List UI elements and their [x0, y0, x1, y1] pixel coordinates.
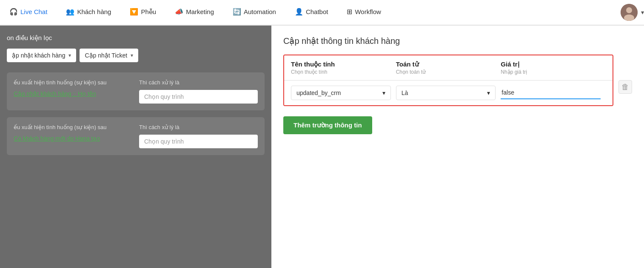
panel-title: Cập nhật thông tin khách hàng: [283, 36, 632, 46]
avatar[interactable]: [621, 4, 638, 21]
form-table-header: Tên thuộc tính Chọn thuộc tính Toán tử C…: [284, 55, 613, 81]
filter-title: on điều kiện lọc: [7, 34, 265, 42]
event-col-2: ếu xuất hiện tình huống (sự kiện) sau Có…: [14, 124, 132, 148]
col-header-3-sub: Nhập giá trị: [501, 69, 606, 75]
profile-chevron-icon[interactable]: ▾: [641, 9, 644, 16]
section-row-1: ếu xuất hiện tình huống (sự kiện) sau Cậ…: [14, 79, 258, 104]
value-input[interactable]: [501, 86, 601, 99]
workflow-icon: ⊞: [347, 8, 352, 16]
delete-button[interactable]: 🗑: [618, 80, 632, 94]
action2-label: Cập nhật Ticket: [85, 52, 127, 59]
main-layout: on điều kiện lọc ập nhật khách hàng ▾ Cậ…: [0, 26, 644, 268]
col-header-2: Toán tử Chọn toán tử: [396, 61, 501, 75]
action-dropdown-2[interactable]: Cập nhật Ticket ▾: [80, 49, 138, 62]
navbar: 🎧 Live Chat 👥 Khách hàng 🔽 Phễu 📣 Market…: [0, 0, 644, 26]
form-col-3: [501, 86, 606, 99]
nav-item-live-chat[interactable]: 🎧 Live Chat: [0, 0, 57, 25]
col-header-1-sub: Chọn thuộc tính: [291, 69, 396, 75]
delete-icon: 🗑: [621, 83, 629, 92]
automation-icon: 🔄: [233, 8, 241, 16]
nav-label-marketing: Marketing: [186, 8, 214, 15]
khach-hang-icon: 👥: [66, 8, 74, 16]
col-header-2-sub: Chọn toán tử: [396, 69, 501, 75]
event-label-1: ếu xuất hiện tình huống (sự kiện) sau: [14, 79, 132, 86]
nav-item-chatbot[interactable]: 👤 Chatbot: [285, 0, 338, 25]
form-col-2: Là ▾: [396, 86, 501, 100]
nav-right: ▾: [621, 4, 644, 21]
nav-item-automation[interactable]: 🔄 Automation: [223, 0, 285, 25]
nav-label-workflow: Workflow: [355, 8, 381, 15]
nav-item-workflow[interactable]: ⊞ Workflow: [337, 0, 390, 25]
action-dropdown-1[interactable]: ập nhật khách hàng ▾: [7, 49, 76, 62]
nav-label-live-chat: Live Chat: [20, 8, 47, 15]
section-row-2: ếu xuất hiện tình huống (sự kiện) sau Có…: [14, 124, 258, 148]
nav-label-pheu: Phễu: [141, 8, 156, 16]
chatbot-icon: 👤: [295, 8, 303, 16]
col-header-1: Tên thuộc tính Chọn thuộc tính: [291, 61, 396, 75]
event-label-2: ếu xuất hiện tình huống (sự kiện) sau: [14, 124, 132, 130]
nav-item-pheu[interactable]: 🔽 Phễu: [120, 0, 165, 25]
form-table-data-row: updated_by_crm ▾ Là ▾: [284, 81, 613, 105]
svg-point-1: [626, 7, 632, 13]
action1-label: ập nhật khách hàng: [12, 52, 65, 59]
operator-value: Là: [402, 89, 408, 96]
add-field-button[interactable]: Thêm trường thông tin: [283, 116, 372, 134]
left-panel: on điều kiện lọc ập nhật khách hàng ▾ Cậ…: [0, 26, 271, 268]
nav-label-chatbot: Chatbot: [306, 8, 328, 15]
col-header-2-label: Toán tử: [396, 61, 501, 68]
operator-arrow-icon: ▾: [487, 89, 490, 96]
operator-select[interactable]: Là ▾: [396, 86, 496, 100]
nav-item-khach-hang[interactable]: 👥 Khách hàng: [57, 0, 120, 25]
process-label-2: Thì cách xử lý là: [139, 124, 258, 130]
nav-label-khach-hang: Khách hàng: [77, 8, 111, 15]
col-header-3: Giá trị Nhập giá trị: [501, 61, 606, 75]
marketing-icon: 📣: [175, 8, 183, 16]
action1-arrow-icon: ▾: [68, 52, 71, 58]
nav-item-marketing[interactable]: 📣 Marketing: [165, 0, 223, 25]
action2-arrow-icon: ▾: [131, 52, 133, 58]
nav-label-automation: Automation: [244, 8, 276, 15]
action-row: ập nhật khách hàng ▾ Cập nhật Ticket ▾: [7, 49, 265, 62]
pheu-icon: 🔽: [130, 8, 138, 16]
form-table: Tên thuộc tính Chọn thuộc tính Toán tử C…: [283, 55, 613, 106]
attribute-value: updated_by_crm: [296, 89, 341, 96]
process-col-2: Thì cách xử lý là Chọn quy trình: [139, 124, 258, 148]
section-block-1: ếu xuất hiện tình huống (sự kiện) sau Cậ…: [7, 72, 265, 110]
right-panel: Cập nhật thông tin khách hàng Tên thuộc …: [271, 26, 644, 268]
form-col-1: updated_by_crm ▾: [291, 86, 396, 100]
process-select-1[interactable]: Chọn quy trình: [139, 90, 258, 104]
col-header-1-label: Tên thuộc tính: [291, 61, 396, 68]
event-link-1[interactable]: Cập nhật khách hàng :: Họ tên: [14, 90, 96, 97]
col-header-3-label: Giá trị: [501, 61, 606, 68]
process-label-1: Thì cách xử lý là: [139, 79, 258, 86]
section-block-2: ếu xuất hiện tình huống (sự kiện) sau Có…: [7, 117, 265, 155]
attribute-select[interactable]: updated_by_crm ▾: [291, 86, 391, 100]
event-col-1: ếu xuất hiện tình huống (sự kiện) sau Cậ…: [14, 79, 132, 104]
live-chat-icon: 🎧: [9, 8, 18, 16]
event-link-2[interactable]: Có khách hàng mới do Hana tạo: [14, 135, 100, 142]
process-select-2[interactable]: Chọn quy trình: [139, 135, 258, 148]
process-col-1: Thì cách xử lý là Chọn quy trình: [139, 79, 258, 104]
attribute-arrow-icon: ▾: [382, 89, 385, 96]
